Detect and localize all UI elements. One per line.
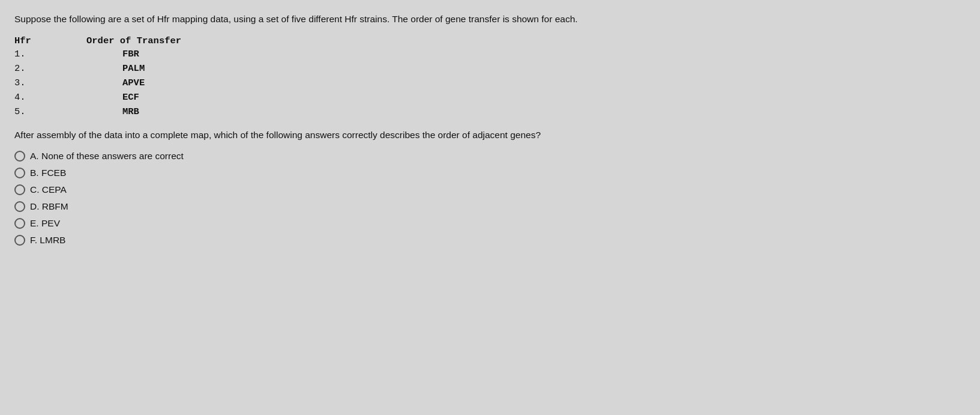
hfr-table: Hfr Order of Transfer 1. FBR 2. PALM 3. …	[14, 35, 966, 117]
table-row: 3. APVE	[14, 77, 966, 88]
option-F[interactable]: F. LMRB	[14, 235, 966, 246]
radio-B[interactable]	[14, 168, 25, 178]
radio-A[interactable]	[14, 151, 25, 162]
radio-D[interactable]	[14, 201, 25, 212]
radio-C[interactable]	[14, 184, 25, 195]
option-C[interactable]: C. CEPA	[14, 184, 966, 195]
hfr-cell-2: 2.	[14, 63, 86, 74]
intro-text: Suppose the following are a set of Hfr m…	[14, 12, 966, 26]
col-order-header: Order of Transfer	[86, 35, 181, 46]
option-A[interactable]: A. None of these answers are correct	[14, 151, 966, 162]
option-B-label: B. FCEB	[30, 168, 66, 178]
table-header-row: Hfr Order of Transfer	[14, 35, 966, 46]
option-D-label: D. RBFM	[30, 201, 68, 212]
col-hfr-header: Hfr	[14, 35, 86, 46]
option-B[interactable]: B. FCEB	[14, 168, 966, 178]
option-A-label: A. None of these answers are correct	[30, 151, 184, 162]
radio-E[interactable]	[14, 218, 25, 229]
table-row: 1. FBR	[14, 49, 966, 59]
hfr-cell-3: 3.	[14, 77, 86, 88]
hfr-cell-5: 5.	[14, 106, 86, 117]
options-list: A. None of these answers are correct B. …	[14, 151, 966, 246]
option-D[interactable]: D. RBFM	[14, 201, 966, 212]
transfer-cell-2: PALM	[86, 63, 145, 74]
transfer-cell-3: APVE	[86, 77, 145, 88]
option-C-label: C. CEPA	[30, 184, 67, 195]
option-E-label: E. PEV	[30, 218, 60, 229]
hfr-cell-1: 1.	[14, 49, 86, 59]
option-F-label: F. LMRB	[30, 235, 65, 246]
question-text: After assembly of the data into a comple…	[14, 128, 966, 142]
table-row: 2. PALM	[14, 63, 966, 74]
transfer-cell-1: FBR	[86, 49, 139, 59]
transfer-cell-5: MRB	[86, 106, 139, 117]
table-row: 4. ECF	[14, 92, 966, 103]
transfer-cell-4: ECF	[86, 92, 139, 103]
table-row: 5. MRB	[14, 106, 966, 117]
option-E[interactable]: E. PEV	[14, 218, 966, 229]
radio-F[interactable]	[14, 235, 25, 246]
hfr-cell-4: 4.	[14, 92, 86, 103]
